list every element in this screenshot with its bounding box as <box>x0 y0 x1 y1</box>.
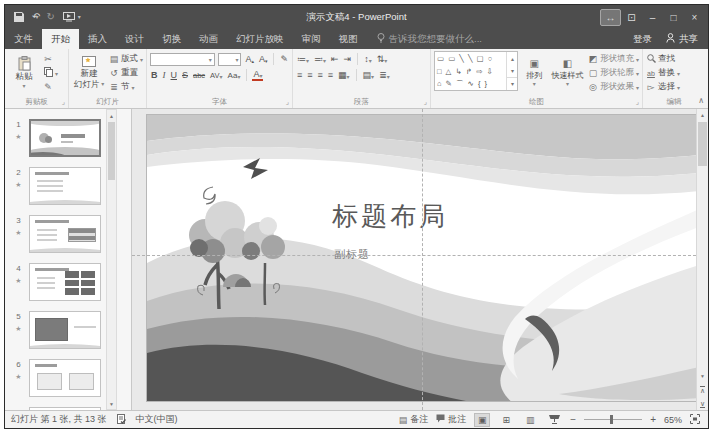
text-direction-button[interactable]: ⇅▾ <box>376 54 389 64</box>
shape-effects-button[interactable]: ◎形状效果▾ <box>588 81 639 93</box>
slide-thumbnail-7[interactable] <box>29 407 101 410</box>
paragraph-dialog-launcher[interactable]: ⌟ <box>424 98 427 106</box>
increase-indent-button[interactable]: ⇥ <box>343 54 353 64</box>
slide-thumbnail-4[interactable] <box>29 263 101 301</box>
spellcheck-indicator[interactable] <box>117 414 126 426</box>
zoom-slider[interactable] <box>584 419 642 420</box>
fullscreen-button[interactable]: ↔ <box>600 9 621 26</box>
tab-transitions[interactable]: 切换 <box>153 29 190 49</box>
bullets-button[interactable]: ≔▾ <box>296 54 310 64</box>
normal-view-button[interactable]: ▣ <box>474 413 490 427</box>
font-size-combo[interactable]: ▾ <box>218 53 242 66</box>
align-left-button[interactable]: ≡ <box>296 70 303 80</box>
arrange-button[interactable]: ▣ 排列 ▾ <box>521 51 547 95</box>
section-button[interactable]: ≣节▾ <box>109 81 143 93</box>
slide-thumbnail-2[interactable] <box>29 167 101 205</box>
slide-subtitle-text[interactable]: 副标题 <box>334 247 370 262</box>
font-color-button[interactable]: A▾ <box>252 69 263 81</box>
tab-insert[interactable]: 插入 <box>79 29 116 49</box>
cut-button[interactable]: ✂ <box>43 53 58 65</box>
slideshow-view-button[interactable] <box>546 413 562 427</box>
shapes-more-button[interactable]: ▾ <box>507 77 517 90</box>
paste-button[interactable]: 粘贴 ▾ <box>8 51 40 95</box>
align-text-button[interactable]: ▤▾ <box>362 70 376 80</box>
new-slide-button[interactable]: 新建 幻灯片▾ <box>72 51 106 95</box>
maximize-button[interactable]: □ <box>663 9 684 26</box>
tab-file[interactable]: 文件 <box>5 29 42 49</box>
tab-home[interactable]: 开始 <box>42 29 79 49</box>
redo-button[interactable]: ↻ <box>46 12 54 22</box>
zoom-level[interactable]: 65% <box>664 415 682 425</box>
tab-animations[interactable]: 动画 <box>190 29 227 49</box>
underline-button[interactable]: U <box>170 70 179 80</box>
slide-thumbnail-5[interactable] <box>29 311 101 349</box>
thumb-scroll-up-icon[interactable]: ▲ <box>107 110 116 121</box>
bold-button[interactable]: B <box>150 70 159 80</box>
shape-outline-button[interactable]: ▢形状轮廓▾ <box>588 67 639 79</box>
shapes-gallery[interactable]: ▭ ▭ ╲ ╲ ▢ ○ □ △ ↳ ↱ ⇨ ⇩ ⌂ ✎ ⌒ ∿ { } ▴ ▾ … <box>434 51 518 91</box>
slide-thumbnail-1[interactable] <box>29 119 101 157</box>
grow-font-button[interactable]: A▴ <box>244 54 255 64</box>
tab-slideshow[interactable]: 幻灯片放映 <box>227 29 293 49</box>
shadow-button[interactable]: abc <box>192 71 206 80</box>
slide-thumbnail-6[interactable] <box>29 359 101 397</box>
format-painter-button[interactable]: ✎ <box>43 81 58 93</box>
thumb-scroll-down-icon[interactable]: ▼ <box>107 398 116 409</box>
zoom-out-button[interactable]: − <box>570 414 576 425</box>
strikethrough-button[interactable]: S <box>181 70 189 80</box>
close-button[interactable]: × <box>684 9 705 26</box>
font-dialog-launcher[interactable]: ⌟ <box>286 98 289 106</box>
smartart-convert-button[interactable]: ≣▾ <box>378 70 391 80</box>
canvas-scroll-up-icon[interactable]: ▲ <box>697 109 708 121</box>
shape-fill-button[interactable]: ◩形状填充▾ <box>588 53 639 65</box>
copy-button[interactable]: ▾ <box>43 67 58 79</box>
canvas-scroll-down-icon[interactable]: ▼ <box>697 370 708 382</box>
language-indicator[interactable]: 中文(中国) <box>136 413 178 426</box>
slide-title-text[interactable]: 标题布局 <box>332 199 448 234</box>
shapes-scroll-down[interactable]: ▾ <box>507 64 517 76</box>
layout-button[interactable]: ▤版式▾ <box>109 53 143 65</box>
columns-button[interactable]: ▦▾ <box>337 70 351 80</box>
canvas-scrollbar-handle[interactable] <box>698 122 707 166</box>
character-spacing-button[interactable]: AV▾ <box>209 71 223 80</box>
previous-slide-button[interactable]: ∧ <box>697 384 708 396</box>
fit-to-window-button[interactable] <box>690 414 700 426</box>
change-case-button[interactable]: Aa▾ <box>227 71 242 80</box>
reset-button[interactable]: ↺重置 <box>109 67 143 79</box>
numbering-button[interactable]: ≕▾ <box>313 54 327 64</box>
clipboard-dialog-launcher[interactable]: ⌟ <box>62 98 65 106</box>
customize-qat-button[interactable]: ▾ <box>78 14 81 20</box>
save-icon[interactable] <box>14 12 24 22</box>
zoom-in-button[interactable]: + <box>650 414 656 425</box>
align-center-button[interactable]: ≡ <box>306 70 313 80</box>
start-slideshow-icon[interactable] <box>63 12 75 22</box>
sign-in-link[interactable]: 登录 <box>633 33 652 46</box>
shapes-scroll-up[interactable]: ▴ <box>507 52 517 64</box>
tell-me-box[interactable]: 告诉我您想要做什么... <box>367 29 492 49</box>
shrink-font-button[interactable]: A▾ <box>258 54 269 64</box>
canvas-scrollbar[interactable]: ▲ ▼ ∧ ∨ <box>696 109 708 410</box>
thumbnail-scrollbar[interactable]: ▲ ▼ <box>106 109 117 410</box>
replace-button[interactable]: ab替换▾ <box>646 67 680 79</box>
select-button[interactable]: ▻选择▾ <box>646 81 680 93</box>
italic-button[interactable]: I <box>162 70 167 80</box>
decrease-indent-button[interactable]: ⇤ <box>330 54 340 64</box>
justify-button[interactable]: ≡ <box>327 70 334 80</box>
notes-button[interactable]: ▤备注 <box>399 413 429 426</box>
slide-thumbnail-3[interactable] <box>29 215 101 253</box>
tab-review[interactable]: 审阅 <box>293 29 330 49</box>
clear-formatting-button[interactable]: ✎ <box>279 54 289 64</box>
thumb-scrollbar-handle[interactable] <box>108 122 115 180</box>
line-spacing-button[interactable]: ↕▾ <box>363 54 373 64</box>
align-right-button[interactable]: ≡ <box>317 70 324 80</box>
minimize-button[interactable]: – <box>642 9 663 26</box>
collapse-ribbon-button[interactable]: ∧ <box>698 96 704 105</box>
current-slide[interactable]: 标题布局 副标题 <box>146 114 698 402</box>
undo-button[interactable]: ↶▾ <box>32 12 38 22</box>
comments-button[interactable]: 批注 <box>436 413 466 426</box>
find-button[interactable]: 查找 <box>646 53 680 65</box>
reading-view-button[interactable]: ▥ <box>522 413 538 427</box>
tab-view[interactable]: 视图 <box>330 29 367 49</box>
slide-sorter-view-button[interactable]: ⊞ <box>498 413 514 427</box>
next-slide-button[interactable]: ∨ <box>697 398 708 410</box>
